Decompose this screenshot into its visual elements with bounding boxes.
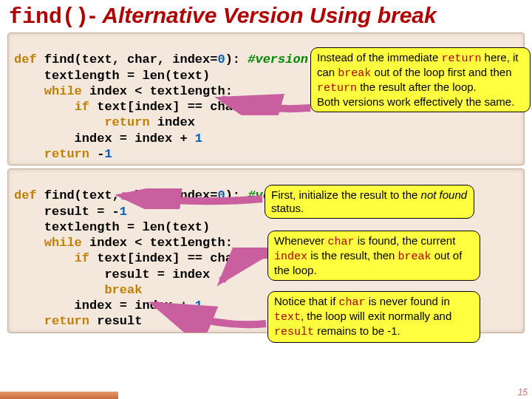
callout-found-break: Whenever char is found, the current inde… [267,231,480,281]
slide-title: find()- Alternative Version Using break [0,0,532,31]
arrow-icon [214,248,273,292]
arrow-icon [148,288,273,332]
title-code: find() [9,4,89,30]
callout-initialize-result: First, initialize the result to the not … [265,185,474,219]
arrow-icon [214,93,318,115]
arrow-icon [115,188,270,209]
callout-not-found-result: Notice that if char is never found in te… [267,291,480,343]
callout-break-instead-of-return: Instead of the immediate return here, it… [310,47,531,112]
page-number: 15 [518,387,528,398]
footer-accent [0,392,118,399]
